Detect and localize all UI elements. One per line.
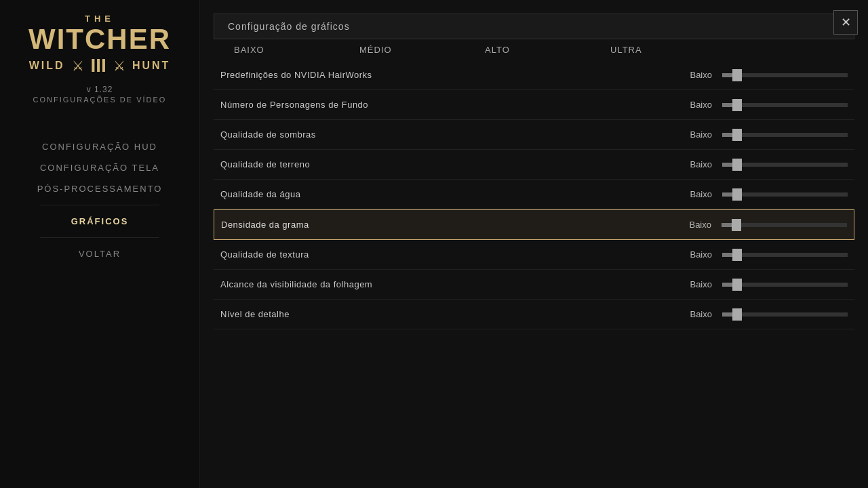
- logo-area: THE WITCHER WILD ⚔ III ⚔ HUNT v 1.32 CON…: [28, 14, 171, 104]
- slider-detalhe[interactable]: [722, 312, 848, 317]
- slider-hairworks[interactable]: [722, 73, 848, 77]
- setting-row-personagens[interactable]: Número de Personagens de FundoBaixo: [214, 90, 854, 120]
- nav-divider-2: [40, 237, 159, 238]
- setting-name-textura: Qualidade de textura: [220, 249, 665, 260]
- logo-numeral: III: [91, 55, 106, 77]
- sidebar-item-hud[interactable]: CONFIGURAÇÃO HUD: [28, 138, 171, 156]
- sidebar-item-graficos[interactable]: GRÁFICOS: [58, 212, 142, 230]
- slider-track-detalhe: [722, 312, 848, 317]
- setting-name-hairworks: Predefinições do NVIDIA HairWorks: [220, 70, 665, 80]
- slider-track-agua: [722, 192, 848, 197]
- wolf-icon: ⚔: [72, 58, 84, 74]
- slider-track-grama: [722, 223, 847, 227]
- logo-the: THE: [85, 14, 115, 24]
- setting-row-detalhe[interactable]: Nível de detalheBaixo: [214, 300, 854, 329]
- nav-menu: CONFIGURAÇÃO HUD CONFIGURAÇÃO TELA PÓS-P…: [0, 138, 199, 263]
- sidebar-item-pos[interactable]: PÓS-PROCESSAMENTO: [24, 180, 176, 198]
- logo-wild: WILD: [29, 60, 65, 72]
- setting-value-detalhe: Baixo: [665, 309, 712, 319]
- slider-terreno[interactable]: [722, 163, 848, 167]
- setting-value-agua: Baixo: [665, 189, 712, 199]
- slider-thumb-hairworks[interactable]: [732, 69, 742, 81]
- close-button[interactable]: ✕: [833, 10, 858, 35]
- slider-track-terreno: [722, 163, 848, 167]
- nav-divider: [40, 205, 159, 205]
- slider-track-folhagem: [722, 283, 848, 287]
- quality-baixo: BAIXO: [234, 45, 319, 55]
- slider-thumb-grama[interactable]: [732, 219, 741, 231]
- sidebar-item-voltar[interactable]: VOLTAR: [65, 245, 134, 263]
- slider-personagens[interactable]: [722, 103, 848, 107]
- quality-ultra: ULTRA: [610, 45, 695, 55]
- setting-name-agua: Qualidade da água: [220, 189, 665, 199]
- setting-row-hairworks[interactable]: Predefinições do NVIDIA HairWorksBaixo: [214, 60, 854, 90]
- setting-name-detalhe: Nível de detalhe: [220, 309, 665, 319]
- setting-row-sombras[interactable]: Qualidade de sombrasBaixo: [214, 120, 854, 150]
- setting-name-grama: Densidade da grama: [221, 220, 664, 230]
- logo-hunt: HUNT: [132, 60, 170, 72]
- setting-value-textura: Baixo: [665, 249, 712, 260]
- setting-name-sombras: Qualidade de sombras: [220, 129, 665, 140]
- setting-value-folhagem: Baixo: [665, 279, 712, 289]
- settings-header: Configuração de gráficos: [214, 14, 854, 39]
- settings-list: Predefinições do NVIDIA HairWorksBaixoNú…: [214, 60, 865, 481]
- logo-witcher: WITCHER: [28, 25, 171, 54]
- setting-name-terreno: Qualidade de terreno: [220, 159, 665, 169]
- logo-divider-row: WILD ⚔ III ⚔ HUNT: [29, 55, 171, 77]
- quality-medio: MÉDIO: [359, 45, 444, 55]
- slider-thumb-folhagem[interactable]: [732, 279, 742, 291]
- slider-thumb-textura[interactable]: [732, 249, 742, 261]
- slider-track-sombras: [722, 133, 848, 137]
- main-content: ✕ Configuração de gráficos BAIXO MÉDIO A…: [200, 0, 868, 488]
- setting-row-textura[interactable]: Qualidade de texturaBaixo: [214, 240, 854, 270]
- slider-thumb-agua[interactable]: [732, 188, 742, 201]
- sidebar: THE WITCHER WILD ⚔ III ⚔ HUNT v 1.32 CON…: [0, 0, 200, 488]
- setting-row-folhagem[interactable]: Alcance da visibilidade da folhagemBaixo: [214, 270, 854, 300]
- logo-wrapper: THE WITCHER WILD ⚔ III ⚔ HUNT v 1.32 CON…: [28, 14, 171, 104]
- setting-name-personagens: Número de Personagens de Fundo: [220, 100, 665, 110]
- slider-track-hairworks: [722, 73, 848, 77]
- setting-row-grama[interactable]: Densidade da gramaBaixo: [214, 209, 854, 240]
- sidebar-item-tela[interactable]: CONFIGURAÇÃO TELA: [26, 159, 173, 177]
- slider-track-textura: [722, 253, 848, 257]
- slider-grama[interactable]: [722, 223, 847, 227]
- slider-sombras[interactable]: [722, 133, 848, 137]
- slider-thumb-terreno[interactable]: [732, 159, 742, 171]
- setting-value-hairworks: Baixo: [665, 70, 712, 80]
- setting-value-terreno: Baixo: [665, 159, 712, 169]
- setting-value-grama: Baixo: [664, 220, 711, 230]
- slider-thumb-detalhe[interactable]: [732, 308, 742, 321]
- setting-row-terreno[interactable]: Qualidade de terrenoBaixo: [214, 150, 854, 180]
- slider-thumb-personagens[interactable]: [732, 99, 742, 111]
- quality-alto: ALTO: [485, 45, 570, 55]
- slider-agua[interactable]: [722, 192, 848, 197]
- slider-textura[interactable]: [722, 253, 848, 257]
- setting-row-agua[interactable]: Qualidade da águaBaixo: [214, 180, 854, 209]
- logo-version: v 1.32: [87, 85, 113, 94]
- logo-subtitle: CONFIGURAÇÕES DE VÍDEO: [33, 96, 167, 104]
- setting-value-personagens: Baixo: [665, 100, 712, 110]
- setting-name-folhagem: Alcance da visibilidade da folhagem: [220, 279, 665, 289]
- wolf-icon-2: ⚔: [113, 58, 125, 74]
- slider-folhagem[interactable]: [722, 283, 848, 287]
- slider-track-personagens: [722, 103, 848, 107]
- setting-value-sombras: Baixo: [665, 129, 712, 140]
- slider-thumb-sombras[interactable]: [732, 129, 742, 141]
- quality-labels-row: BAIXO MÉDIO ALTO ULTRA: [214, 39, 854, 60]
